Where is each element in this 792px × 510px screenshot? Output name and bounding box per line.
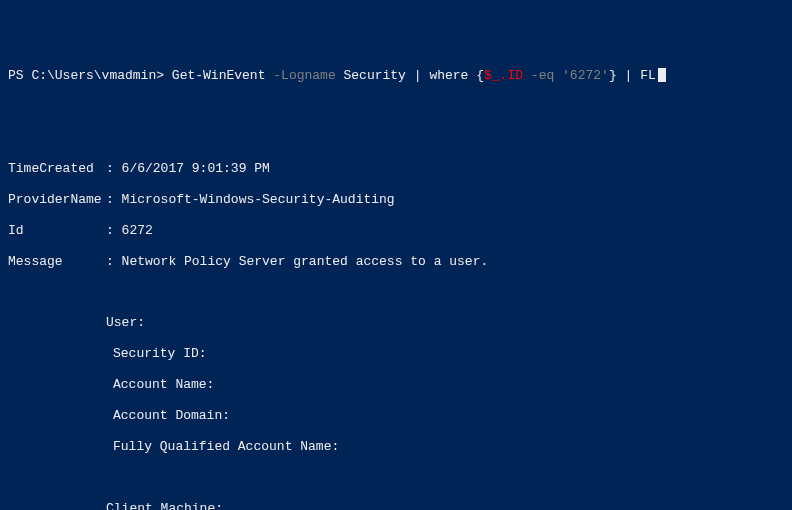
field-id: Id: 6272 (8, 223, 784, 238)
field-value: 6272 (122, 223, 153, 238)
blank-line (8, 99, 784, 114)
prop-key: Security ID: (113, 346, 345, 361)
event-id-literal: '6272' (562, 68, 609, 83)
brace-open: { (476, 68, 484, 83)
blank-line (8, 470, 784, 485)
blank-line (8, 130, 784, 145)
where-cmd: where (429, 68, 468, 83)
prop-row: Account Domain: (8, 408, 784, 423)
prop-key: Account Domain: (113, 408, 345, 423)
param-flag: -Logname (273, 68, 335, 83)
section-header-client-machine: Client Machine: (8, 501, 784, 510)
prop-row: Account Name: (8, 377, 784, 392)
field-message: Message: Network Policy Server granted a… (8, 254, 784, 269)
dollar-id: $_.ID (484, 68, 523, 83)
section-header-user: User: (8, 315, 784, 330)
field-label: ProviderName (8, 192, 106, 207)
field-label: Id (8, 223, 106, 238)
command-line[interactable]: PS C:\Users\vmadmin> Get-WinEvent -Logna… (8, 68, 784, 83)
blank-line (8, 284, 784, 299)
prop-row: Security ID: (8, 346, 784, 361)
brace-close: } (609, 68, 617, 83)
prompt-prefix: PS C:\Users\vmadmin> (8, 68, 164, 83)
field-value: 6/6/2017 9:01:39 PM (122, 161, 270, 176)
prop-row: Fully Qualified Account Name: (8, 439, 784, 454)
prop-key: Account Name: (113, 377, 345, 392)
field-label: Message (8, 254, 106, 269)
field-providername: ProviderName: Microsoft-Windows-Security… (8, 192, 784, 207)
field-value: Microsoft-Windows-Security-Auditing (122, 192, 395, 207)
field-label: TimeCreated (8, 161, 106, 176)
field-value: Network Policy Server granted access to … (122, 254, 489, 269)
cmdlet: Get-WinEvent (172, 68, 266, 83)
cursor (658, 68, 666, 82)
pipe: | (625, 68, 633, 83)
field-timecreated: TimeCreated: 6/6/2017 9:01:39 PM (8, 161, 784, 176)
fl-cmd: FL (640, 68, 656, 83)
eq-flag: -eq (531, 68, 554, 83)
param-value: Security (344, 68, 406, 83)
pipe: | (414, 68, 422, 83)
prop-key: Fully Qualified Account Name: (113, 439, 345, 454)
